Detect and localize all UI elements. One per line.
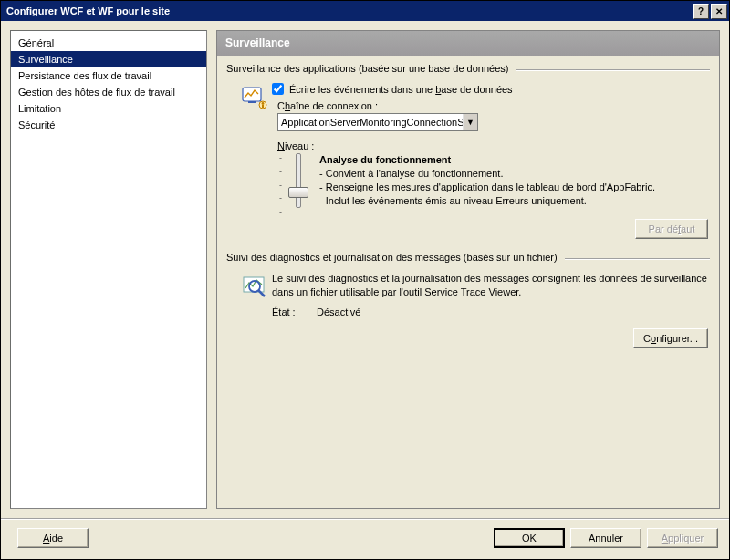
connection-string-value: ApplicationServerMonitoringConnectionSt: [281, 117, 463, 128]
level-block: Niveau : -----: [277, 140, 710, 208]
content-area: Général Surveillance Persistance des flu…: [1, 21, 729, 518]
slider-thumb[interactable]: [288, 187, 308, 198]
section-diagnostics-header: Suivi des diagnostics et journalisation …: [226, 252, 710, 266]
svg-rect-1: [248, 101, 256, 103]
connection-label: Chaîne de connexion :: [277, 100, 710, 111]
sidebar-item-persistence[interactable]: Persistance des flux de travail: [11, 67, 206, 84]
checkbox-label: Écrire les événements dans une base de d…: [289, 84, 513, 95]
sidebar: Général Surveillance Persistance des flu…: [10, 30, 207, 509]
level-bullet-3: - Inclut les événements émis au niveau E…: [319, 194, 710, 208]
main-panel: Surveillance Surveillance des applicatio…: [216, 30, 720, 509]
state-label: État :: [272, 306, 314, 317]
sidebar-item-limitation[interactable]: Limitation: [11, 100, 206, 117]
sidebar-item-surveillance[interactable]: Surveillance: [11, 51, 206, 67]
write-events-checkbox-row: Écrire les événements dans une base de d…: [272, 83, 710, 95]
section-title: Surveillance des applications (basée sur…: [226, 63, 508, 74]
level-name: Analyse du fonctionnement: [319, 153, 710, 167]
monitoring-icon: [239, 83, 272, 239]
panel-heading: Surveillance: [217, 31, 719, 56]
help-button[interactable]: Aide: [17, 528, 89, 548]
level-slider[interactable]: -----: [277, 153, 319, 208]
titlebar: Configurer WCF et WF pour le site ? ✕: [1, 1, 729, 21]
state-row: État : Désactivé: [272, 306, 710, 317]
chevron-down-icon[interactable]: ▼: [463, 114, 477, 130]
panel-body: Surveillance des applications (basée sur…: [217, 56, 719, 508]
svg-point-3: [262, 102, 265, 105]
sidebar-item-security[interactable]: Sécurité: [11, 117, 206, 133]
sidebar-item-host-management[interactable]: Gestion des hôtes de flux de travail: [11, 84, 206, 100]
level-bullet-2: - Renseigne les mesures d'application da…: [319, 181, 710, 194]
svg-rect-4: [262, 105, 264, 108]
apply-button: Appliquer: [647, 528, 718, 548]
slider-track: [296, 153, 301, 208]
section-app-monitoring-body: Écrire les événements dans une base de d…: [226, 78, 710, 239]
help-button-icon[interactable]: ?: [693, 4, 709, 19]
slider-ticks: -----: [279, 153, 282, 208]
level-bullet-1: - Convient à l'analyse du fonctionnement…: [319, 167, 710, 181]
diagnostics-description: Le suivi des diagnostics et la journalis…: [272, 272, 710, 299]
ok-button[interactable]: OK: [494, 528, 565, 548]
connection-block: Chaîne de connexion : ApplicationServerM…: [277, 100, 710, 131]
section-diagnostics: Suivi des diagnostics et journalisation …: [226, 252, 710, 348]
divider: [516, 69, 710, 71]
dialog-window: Configurer WCF et WF pour le site ? ✕ Gé…: [0, 0, 730, 560]
configure-button[interactable]: Configurer...: [633, 328, 708, 348]
sidebar-item-general[interactable]: Général: [11, 35, 206, 51]
write-events-checkbox[interactable]: [272, 83, 284, 95]
default-button: Par défaut: [635, 219, 708, 239]
level-description: Analyse du fonctionnement - Convient à l…: [319, 153, 710, 208]
section-title-2: Suivi des diagnostics et journalisation …: [226, 252, 558, 263]
trace-viewer-icon: [239, 272, 272, 348]
close-icon[interactable]: ✕: [711, 4, 727, 19]
dialog-footer: Aide OK Annuler Appliquer: [1, 518, 729, 559]
connection-string-select[interactable]: ApplicationServerMonitoringConnectionSt …: [277, 113, 478, 131]
level-label: Niveau :: [277, 140, 710, 151]
state-value: Désactivé: [317, 306, 360, 317]
divider: [565, 258, 710, 260]
section-app-monitoring-header: Surveillance des applications (basée sur…: [226, 63, 710, 78]
window-title: Configurer WCF et WF pour le site: [6, 5, 691, 16]
cancel-button[interactable]: Annuler: [570, 528, 641, 548]
